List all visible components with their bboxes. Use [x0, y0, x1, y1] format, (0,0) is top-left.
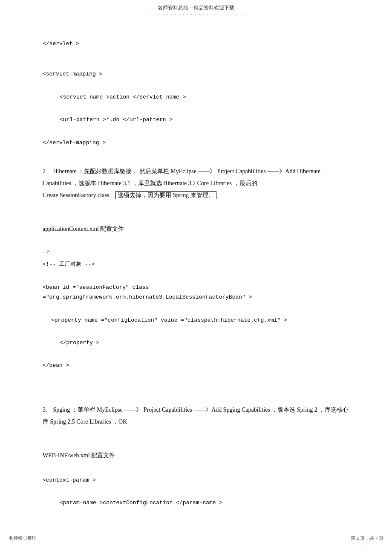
main-content: </servlet > <servlet-mapping > <servlet-… [0, 19, 392, 536]
footer-left-dots: · · · · · · · · [9, 542, 31, 546]
param-name-line: <param-name >contextConfigLocation </par… [43, 498, 349, 508]
servlet-end-tag: </servlet > [43, 39, 349, 49]
footer-left-label: 名师精心整理 [9, 535, 37, 540]
property-start-tag: <property name ="configLocation" value =… [43, 315, 349, 325]
appcontext-label: applicationContext.xml 配置文件 [43, 224, 349, 234]
section3-text1: 3、 Spging ：菜单栏 MyEclipse ——》 Project Cap… [43, 407, 349, 425]
footer-right-label: 第 2 页，共 7 页 [351, 535, 383, 540]
footer-right-dots: · · · · · · · · · [351, 542, 376, 546]
page-footer: 名师精心整理 · · · · · · · · 第 2 页，共 7 页 · · ·… [0, 535, 392, 546]
servlet-mapping-start-tag: <servlet-mapping > [43, 69, 349, 79]
bean-start-tag: <bean id ="sessionFactory" class ="org.s… [43, 282, 349, 302]
header-dots: · · · · · · · · · · · · · · · · · · · · … [0, 12, 392, 17]
url-pattern-line: <url-pattern >*.do </url-pattern > [43, 115, 349, 125]
section2-text1: 2、 Hibernate ：先配好数据库链接， 然后菜单栏 MyEclipse … [43, 168, 320, 186]
section2-highlight: 选项去掉，因为要用 Spring 来管理。 [115, 191, 216, 199]
footer-left: 名师精心整理 · · · · · · · · [9, 535, 37, 546]
context-param-start-tag: <context-param > [43, 475, 349, 485]
section3-paragraph: 3、 Spging ：菜单栏 MyEclipse ——》 Project Cap… [43, 404, 349, 428]
property-end-tag: </property > [43, 338, 349, 348]
section2-paragraph: 2、 Hibernate ：先配好数据库链接， 然后菜单栏 MyEclipse … [43, 166, 349, 201]
footer-right: 第 2 页，共 7 页 · · · · · · · · · [351, 535, 383, 546]
bean-end-tag: </bean > [43, 360, 349, 370]
factory-comment: <!-- 工厂对象 --> [43, 259, 349, 269]
servlet-name-line: <servlet-name >action </servlet-name > [43, 92, 349, 102]
section2-text2-part1: Create SessionFactory class [43, 192, 109, 198]
page-header: 名师资料总结·· ·精品资料欢迎下载 · · · · · · · · · · ·… [0, 0, 392, 19]
header-title: 名师资料总结·· ·精品资料欢迎下载 [0, 4, 392, 12]
servlet-mapping-end-tag: </servlet-mapping > [43, 138, 349, 148]
webinf-label: WEB-INF\web.xml 配置文件 [43, 450, 349, 461]
